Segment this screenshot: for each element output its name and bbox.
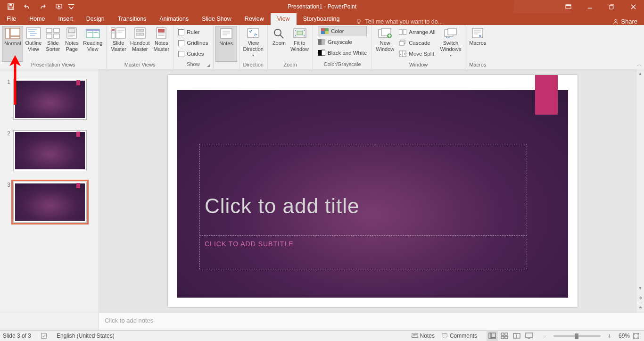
thumbnail-number: 3 bbox=[5, 182, 10, 188]
scroll-up-icon[interactable]: ▲ bbox=[636, 69, 644, 77]
group-window: New Window Arrange All Cascade Move Spli… bbox=[372, 25, 465, 69]
ruler-checkbox[interactable]: Ruler bbox=[178, 27, 208, 37]
restore-button[interactable] bbox=[601, 0, 622, 13]
prev-slide-button[interactable]: ⬗ bbox=[639, 295, 642, 300]
tab-animations[interactable]: Animations bbox=[153, 13, 195, 25]
spellcheck-button[interactable] bbox=[38, 331, 50, 341]
slide-thumbnail-3[interactable] bbox=[13, 182, 87, 223]
undo-button[interactable] bbox=[19, 0, 35, 13]
notes-master-button[interactable]: Notes Master bbox=[152, 26, 172, 62]
black-white-button[interactable]: Black and White bbox=[318, 48, 367, 58]
zoom-out-button[interactable]: − bbox=[540, 332, 549, 340]
handout-master-button[interactable]: Handout Master bbox=[128, 26, 152, 62]
subtitle-placeholder[interactable]: CLICK TO ADD SUBTITLE bbox=[199, 237, 527, 269]
subtitle-placeholder-text: CLICK TO ADD SUBTITLE bbox=[205, 240, 294, 248]
zoom-button[interactable]: Zoom bbox=[270, 26, 289, 62]
group-direction: View Direction ▾ Direction bbox=[239, 25, 268, 69]
slide-thumbnail-1[interactable] bbox=[13, 79, 87, 120]
notes-icon bbox=[412, 333, 418, 339]
color-button[interactable]: Color bbox=[318, 26, 367, 36]
svg-rect-28 bbox=[140, 33, 144, 35]
customize-qat-button[interactable] bbox=[67, 0, 75, 13]
ribbon-display-options-button[interactable] bbox=[557, 0, 579, 13]
group-label: Zoom bbox=[268, 62, 313, 69]
svg-point-7 bbox=[357, 19, 361, 23]
dialog-launcher-icon[interactable]: ◢ bbox=[206, 62, 212, 69]
zoom-slider-thumb[interactable] bbox=[575, 333, 578, 339]
minimize-button[interactable] bbox=[579, 0, 601, 13]
macros-button[interactable]: Macros bbox=[467, 26, 488, 62]
tab-review[interactable]: Review bbox=[238, 13, 271, 25]
tab-view[interactable]: View bbox=[271, 13, 297, 25]
new-window-button[interactable]: New Window bbox=[374, 26, 396, 62]
move-split-button[interactable]: Move Split bbox=[399, 49, 435, 59]
slide-thumbnail-2[interactable] bbox=[13, 130, 87, 171]
slide-canvas-viewport[interactable]: Click to add title CLICK TO ADD SUBTITLE bbox=[99, 69, 636, 313]
svg-rect-10 bbox=[10, 28, 20, 36]
share-button[interactable]: Share bbox=[609, 18, 644, 25]
gridlines-checkbox[interactable]: Gridlines bbox=[178, 38, 208, 48]
outline-view-button[interactable]: Outline View bbox=[23, 26, 43, 62]
save-button[interactable] bbox=[3, 0, 19, 13]
arrange-all-button[interactable]: Arrange All bbox=[399, 27, 435, 37]
redo-button[interactable] bbox=[35, 0, 51, 13]
slideshow-status-button[interactable] bbox=[523, 331, 535, 341]
svg-rect-61 bbox=[505, 333, 508, 335]
switch-windows-icon bbox=[443, 27, 458, 39]
title-placeholder[interactable]: Click to add title bbox=[199, 144, 527, 236]
notes-page-button[interactable]: Notes Page bbox=[62, 26, 81, 62]
svg-rect-48 bbox=[403, 30, 406, 34]
cascade-button[interactable]: Cascade bbox=[399, 38, 435, 48]
switch-windows-button[interactable]: Switch Windows ▾ bbox=[438, 26, 463, 62]
fit-to-window-button[interactable]: Fit to Window bbox=[289, 26, 311, 62]
comments-status-button[interactable]: Comments bbox=[438, 331, 480, 341]
zoom-percent[interactable]: 69% bbox=[619, 333, 630, 339]
slide-sorter-button[interactable]: Slide Sorter bbox=[43, 26, 62, 62]
tell-me-search[interactable]: Tell me what you want to do... bbox=[355, 18, 443, 25]
svg-rect-38 bbox=[321, 31, 325, 34]
next-slide-button[interactable]: ⬘ bbox=[639, 305, 642, 310]
fit-to-window-status-button[interactable] bbox=[631, 333, 641, 340]
vertical-scrollbar[interactable]: ▲ ▼ ⬗ — ⬘ bbox=[636, 69, 644, 313]
normal-view-button[interactable]: Normal bbox=[2, 26, 23, 62]
tab-storyboarding[interactable]: Storyboarding bbox=[297, 13, 347, 25]
reading-view-status-button[interactable] bbox=[511, 331, 522, 341]
scroll-down-icon[interactable]: ▼ bbox=[636, 284, 644, 292]
notes-pane[interactable]: Click to add notes bbox=[99, 313, 644, 330]
outline-view-icon bbox=[26, 27, 41, 39]
notes-row: Click to add notes bbox=[0, 313, 644, 330]
grayscale-button[interactable]: Grayscale bbox=[318, 37, 367, 47]
slide-canvas[interactable]: Click to add title CLICK TO ADD SUBTITLE bbox=[168, 75, 578, 307]
share-label: Share bbox=[621, 18, 637, 25]
tab-design[interactable]: Design bbox=[80, 13, 111, 25]
group-label: Color/Grayscale bbox=[313, 61, 372, 69]
svg-rect-58 bbox=[491, 333, 495, 337]
svg-rect-53 bbox=[448, 28, 456, 35]
normal-view-status-button[interactable] bbox=[487, 331, 498, 341]
reading-view-button[interactable]: Reading View bbox=[81, 26, 104, 62]
svg-rect-39 bbox=[325, 31, 329, 34]
slide-sorter-icon bbox=[45, 27, 60, 39]
slide-master-button[interactable]: Slide Master bbox=[108, 26, 128, 62]
collapse-ribbon-button[interactable]: ︿ bbox=[637, 61, 642, 68]
notes-status-button[interactable]: Notes bbox=[409, 331, 438, 341]
guides-checkbox[interactable]: Guides bbox=[178, 49, 208, 59]
notes-toggle-button[interactable]: Notes bbox=[215, 26, 237, 62]
sorter-view-status-button[interactable] bbox=[499, 331, 510, 341]
tab-home[interactable]: Home bbox=[23, 13, 51, 25]
close-button[interactable] bbox=[622, 0, 644, 13]
group-label: Show◢ bbox=[173, 61, 213, 69]
tab-slideshow[interactable]: Slide Show bbox=[195, 13, 238, 25]
tab-transitions[interactable]: Transitions bbox=[111, 13, 153, 25]
tab-file[interactable]: File bbox=[0, 13, 23, 25]
language-indicator[interactable]: English (United States) bbox=[57, 333, 115, 339]
zoom-slider[interactable] bbox=[553, 335, 601, 337]
tab-insert[interactable]: Insert bbox=[52, 13, 80, 25]
start-from-beginning-button[interactable] bbox=[51, 0, 67, 13]
slide-thumbnail-pane[interactable]: 1 2 3 bbox=[0, 69, 99, 313]
slide-indicator[interactable]: Slide 3 of 3 bbox=[3, 333, 31, 339]
svg-rect-5 bbox=[565, 4, 570, 6]
zoom-in-button[interactable]: + bbox=[605, 332, 614, 340]
ribbon-view: Normal Outline View Slide Sorter Notes P… bbox=[0, 25, 644, 69]
view-direction-button[interactable]: View Direction ▾ bbox=[241, 26, 265, 62]
